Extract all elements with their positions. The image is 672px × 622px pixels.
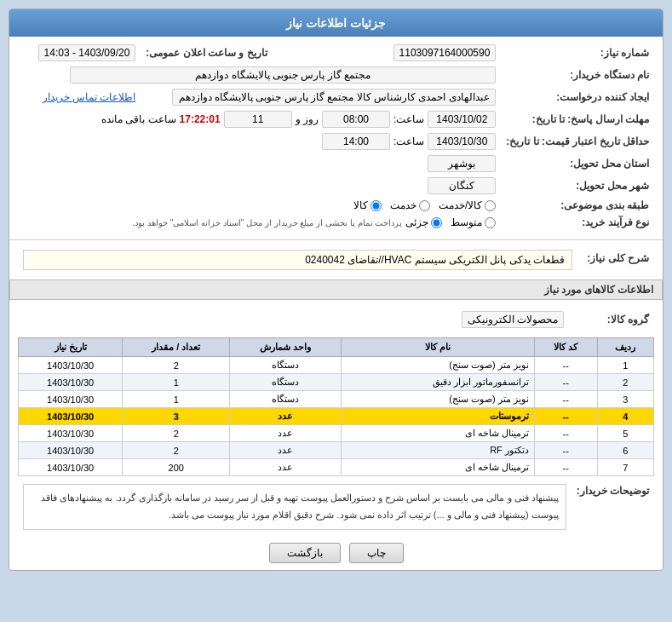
cell-name: ترمینال شاخه ای [342, 459, 534, 476]
cell-qty: 1 [123, 374, 230, 391]
category-label: طبقه بندی موضوعی: [501, 197, 654, 214]
notes-section: توضیحات خریدار: پیشنهاد فنی و مالی می با… [9, 478, 663, 536]
reply-date-value: 1403/10/02 [428, 111, 496, 128]
creator-value: عبدالهادی احمدی کارشناس کالا مجتمع گاز پ… [172, 89, 496, 106]
cell-unit: دستگاه [230, 357, 342, 374]
cell-date: 1403/10/30 [19, 357, 123, 374]
purchase-type-label: نوع فرآیند خرید: [501, 214, 654, 231]
col-id: ردیف [597, 338, 653, 357]
province-label: استان محل تحویل: [501, 153, 654, 175]
date-value: 1403/09/20 - 14:03 [38, 44, 136, 61]
price-deadline-row: 1403/10/30 ساعت: 14:00 [23, 133, 496, 150]
cell-name: ترموستات [342, 408, 534, 425]
cell-name: دتکتور RF [342, 442, 534, 459]
cell-qty: 3 [123, 408, 230, 425]
cell-qty: 200 [123, 459, 230, 476]
notes-text: پیشنهاد فنی و مالی می بایست بر اساس شرح … [23, 484, 566, 530]
cell-date: 1403/10/30 [19, 425, 123, 442]
purchase-option-2[interactable]: متوسط [451, 216, 496, 228]
cell-unit: عدد [230, 442, 342, 459]
cell-id: 5 [597, 425, 653, 442]
col-unit: واحد شمارش [230, 338, 342, 357]
button-bar: چاپ بازگشت [9, 536, 663, 570]
price-time-value: 14:00 [322, 133, 390, 150]
notes-label: توضیحات خریدار: [571, 481, 654, 533]
price-date-value: 1403/10/30 [428, 133, 496, 150]
date-label: تاریخ و ساعت اعلان عمومی: [141, 42, 284, 64]
category-radio-group: کالا/خدمت خدمت کالا [23, 199, 496, 211]
notes-table: توضیحات خریدار: پیشنهاد فنی و مالی می با… [18, 481, 654, 533]
goods-category-label: گروه کالا: [569, 308, 654, 331]
description-value: قطعات یدکی پانل الکتریکی سیستم HVAC//تقا… [23, 250, 572, 270]
cell-name: ترانسفورماتور ابزار دقیق [342, 374, 534, 391]
price-deadline-label: حداقل تاریخ اعتبار قیمت: تا تاریخ: [501, 130, 654, 153]
cell-code: -- [534, 391, 597, 408]
print-button[interactable]: چاپ [349, 543, 404, 563]
reply-days-value: 11 [224, 111, 292, 128]
table-row: 3 -- نویز متر (صوت سنج) دستگاه 1 1403/10… [19, 391, 654, 408]
contact-link[interactable]: اطلاعات تماس خریدار [43, 91, 136, 103]
buyer-value: مجتمع گاز پارس جنوبی پالایشگاه دوازدهم [70, 66, 496, 84]
cell-unit: دستگاه [230, 391, 342, 408]
purchase-radio-group: متوسط جزئی [405, 216, 496, 228]
cell-code: -- [534, 357, 597, 374]
col-date: تاریخ نیاز [19, 338, 123, 357]
purchase-option-1[interactable]: جزئی [405, 216, 442, 228]
table-row: 5 -- ترمینال شاخه ای عدد 2 1403/10/30 [19, 425, 654, 442]
description-table: شرح کلی نیاز: قطعات یدکی پانل الکتریکی س… [18, 247, 654, 273]
table-row: 4 -- ترموستات عدد 3 1403/10/30 [19, 408, 654, 425]
col-name: نام کالا [342, 338, 534, 357]
cell-date: 1403/10/30 [19, 374, 123, 391]
cell-name: ترمینال شاخه ای [342, 425, 534, 442]
category-option-3[interactable]: کالا/خدمت [439, 199, 496, 211]
goods-category-table: گروه کالا: محصولات الکترونیکی [18, 308, 654, 331]
cell-unit: دستگاه [230, 374, 342, 391]
description-section: شرح کلی نیاز: قطعات یدکی پانل الکتریکی س… [9, 244, 663, 276]
cell-date: 1403/10/30 [19, 459, 123, 476]
request-number-label: شماره نیاز: [501, 42, 654, 64]
cell-code: -- [534, 459, 597, 476]
col-qty: تعداد / مقدار [123, 338, 230, 357]
reply-time-value: 08:00 [322, 111, 390, 128]
cell-unit: عدد [230, 408, 342, 425]
category-option-1[interactable]: کالا [353, 199, 382, 211]
category-option-2[interactable]: خدمت [390, 199, 430, 211]
cell-date: 1403/10/30 [19, 442, 123, 459]
goods-table: ردیف کد کالا نام کالا واحد شمارش تعداد /… [18, 337, 654, 476]
cell-qty: 1 [123, 391, 230, 408]
back-button[interactable]: بازگشت [269, 543, 341, 563]
cell-code: -- [534, 408, 597, 425]
goods-section-title: اطلاعات کالاهای مورد نیاز [9, 279, 663, 300]
request-number-value: 1103097164000590 [393, 44, 497, 61]
purchase-type-row: متوسط جزئی پرداخت تمام یا بخشی از مبلغ خ… [23, 216, 496, 228]
reply-deadline-row: 1403/10/02 ساعت: 08:00 روز و 11 17:22:01… [23, 111, 496, 128]
cell-code: -- [534, 374, 597, 391]
cell-qty: 2 [123, 357, 230, 374]
table-row: 7 -- ترمینال شاخه ای عدد 200 1403/10/30 [19, 459, 654, 476]
creator-label: ایجاد کننده درخواست: [501, 86, 654, 108]
cell-id: 4 [597, 408, 653, 425]
reply-time-label: ساعت: [393, 113, 424, 125]
table-row: 6 -- دتکتور RF عدد 2 1403/10/30 [19, 442, 654, 459]
purchase-note: پرداخت تمام یا بخشی از مبلغ خریدار از مح… [132, 218, 402, 227]
cell-qty: 2 [123, 425, 230, 442]
cell-code: -- [534, 425, 597, 442]
col-code: کد کالا [534, 338, 597, 357]
cell-date: 1403/10/30 [19, 391, 123, 408]
page-header: جزئیات اطلاعات نیاز [9, 9, 663, 37]
cell-name: نویز متر (صوت سنج) [342, 391, 534, 408]
reply-remaining-value: 17:22:01 [180, 113, 221, 125]
buyer-label: نام دستگاه خریدار: [501, 64, 654, 86]
cell-id: 6 [597, 442, 653, 459]
table-row: 2 -- ترانسفورماتور ابزار دقیق دستگاه 1 1… [19, 374, 654, 391]
cell-id: 1 [597, 357, 653, 374]
goods-table-section: ردیف کد کالا نام کالا واحد شمارش تعداد /… [9, 336, 663, 478]
info-section: شماره نیاز: 1103097164000590 تاریخ و ساع… [9, 37, 663, 236]
reply-deadline-label: مهلت ارسال پاسخ: تا تاریخ: [501, 108, 654, 130]
reply-remaining-label: ساعت باقی مانده [101, 113, 176, 125]
table-row: 1 -- نویز متر (صوت سنج) دستگاه 2 1403/10… [19, 357, 654, 374]
city-label: شهر محل تحویل: [501, 175, 654, 197]
description-label: شرح کلی نیاز: [577, 247, 654, 273]
price-time-label: ساعت: [393, 135, 424, 147]
info-table: شماره نیاز: 1103097164000590 تاریخ و ساع… [18, 42, 654, 231]
